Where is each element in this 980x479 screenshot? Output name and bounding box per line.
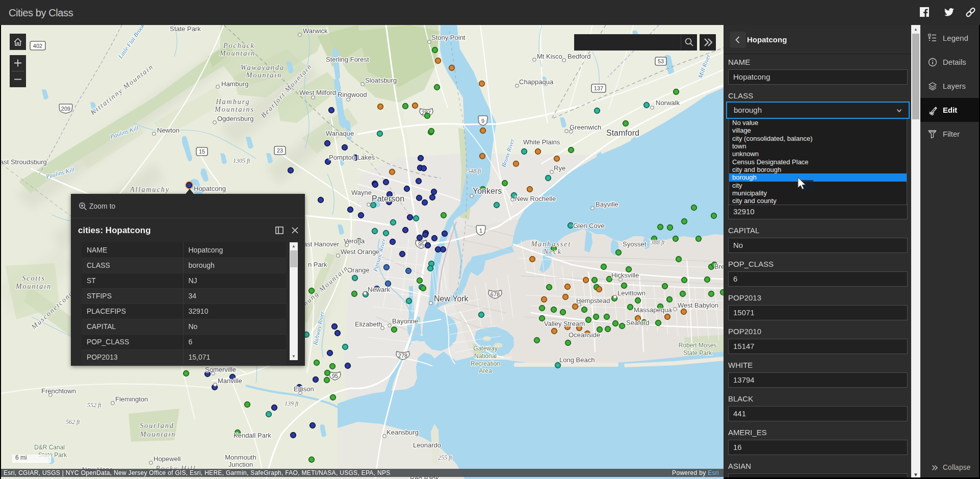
svg-text:95: 95: [332, 373, 338, 379]
svg-text:Bayville: Bayville: [596, 200, 618, 208]
svg-text:Scotts: Scotts: [22, 274, 45, 282]
svg-text:Bre: Bre: [714, 263, 724, 270]
svg-text:1305 ft: 1305 ft: [233, 157, 250, 164]
svg-text:West Milford: West Milford: [299, 89, 336, 96]
svg-text:West Babylon: West Babylon: [678, 301, 718, 309]
svg-text:Bayonne: Bayonne: [392, 317, 418, 325]
svg-text:Keansburg: Keansburg: [386, 428, 419, 436]
svg-text:Glen Cove: Glen Cove: [573, 222, 604, 230]
svg-text:552 ft: 552 ft: [87, 401, 101, 409]
svg-text:Hempstead: Hempstead: [576, 297, 610, 305]
svg-text:15: 15: [199, 148, 205, 155]
svg-text:Long Beach: Long Beach: [559, 356, 595, 364]
svg-text:State Park: State Park: [170, 25, 201, 33]
svg-text:Mountain: Mountain: [246, 71, 282, 79]
svg-text:Newark: Newark: [368, 286, 391, 293]
svg-text:Norwalk: Norwalk: [656, 99, 680, 107]
svg-text:n Park: n Park: [308, 261, 327, 268]
svg-text:Hamburg: Hamburg: [215, 98, 250, 106]
svg-text:255 ft: 255 ft: [438, 454, 452, 461]
svg-text:Junction: Junction: [228, 461, 253, 468]
svg-text:Somerville: Somerville: [205, 366, 236, 373]
svg-text:Area: Area: [479, 367, 492, 374]
svg-text:548 ft: 548 ft: [467, 167, 481, 174]
svg-text:Yonkers: Yonkers: [473, 187, 502, 195]
svg-text:White Plains: White Plains: [523, 138, 560, 146]
svg-text:Massapequa: Massapequa: [634, 306, 672, 314]
svg-text:Newton: Newton: [157, 127, 179, 134]
svg-text:Valley Stream: Valley Stream: [544, 320, 585, 327]
svg-text:1: 1: [479, 228, 482, 234]
svg-text:State Park: State Park: [683, 349, 712, 357]
svg-text:388 ft: 388 ft: [650, 239, 665, 246]
svg-text:23: 23: [277, 147, 283, 154]
svg-text:Recreation: Recreation: [471, 360, 500, 367]
svg-text:Levittown: Levittown: [617, 289, 646, 297]
svg-text:Pochuck: Pochuck: [223, 42, 255, 49]
svg-text:Sourland: Sourland: [140, 422, 174, 430]
svg-text:National: National: [474, 352, 497, 360]
svg-text:ast Hanover: ast Hanover: [303, 240, 340, 248]
svg-text:Leonardo: Leonardo: [413, 441, 441, 449]
svg-text:Wanaque: Wanaque: [326, 130, 354, 137]
svg-text:562 ft: 562 ft: [66, 418, 80, 425]
svg-text:Mountain: Mountain: [219, 49, 255, 57]
svg-text:Stamford: Stamford: [606, 129, 639, 137]
svg-text:278: 278: [398, 352, 407, 359]
svg-text:137: 137: [594, 85, 603, 91]
svg-text:Pompton Lakes: Pompton Lakes: [329, 154, 375, 161]
svg-text:Frenchtown: Frenchtown: [41, 387, 76, 395]
svg-text:Stony Point: Stony Point: [431, 34, 466, 41]
svg-text:Syosset: Syosset: [623, 240, 647, 248]
svg-text:ast Stroudsburg: ast Stroudsburg: [1, 158, 47, 166]
svg-text:Sterling Forest: Sterling Forest: [326, 56, 369, 63]
svg-text:Ringwood: Ringwood: [338, 91, 367, 98]
svg-text:Hopewell: Hopewell: [153, 455, 181, 463]
svg-text:678: 678: [491, 291, 500, 297]
svg-text:New Rochelle: New Rochelle: [515, 195, 556, 203]
svg-text:Sloatsburg: Sloatsburg: [365, 77, 397, 84]
svg-text:9: 9: [481, 118, 484, 124]
svg-text:Monmouth: Monmouth: [225, 453, 256, 461]
svg-text:Neck: Neck: [543, 248, 562, 256]
svg-text:Mt Kisco: Mt Kisco: [537, 53, 562, 60]
svg-text:Wawayanda: Wawayanda: [241, 64, 285, 71]
svg-text:Hamburg: Hamburg: [221, 80, 248, 88]
svg-text:95: 95: [418, 241, 424, 247]
svg-text:Hicksville: Hicksville: [611, 271, 639, 279]
svg-text:Warwick: Warwick: [303, 27, 328, 35]
svg-text:Gateway: Gateway: [473, 345, 497, 352]
svg-text:Wayne: Wayne: [351, 189, 372, 196]
svg-text:Elizabeth: Elizabeth: [355, 320, 382, 328]
svg-text:Mountain: Mountain: [15, 283, 51, 290]
svg-text:Orange: Orange: [347, 266, 369, 274]
svg-text:Edison: Edison: [294, 385, 314, 393]
svg-text:Ogdensburg: Ogdensburg: [217, 115, 254, 122]
svg-text:53: 53: [658, 58, 664, 64]
svg-text:Oceanside: Oceanside: [569, 331, 600, 339]
svg-text:Manville: Manville: [218, 377, 242, 385]
svg-text:Allamuchy: Allamuchy: [130, 186, 170, 193]
svg-text:Kendall Park: Kendall Park: [234, 432, 271, 439]
svg-text:209: 209: [61, 106, 70, 112]
svg-text:Hopatcong: Hopatcong: [194, 185, 226, 192]
svg-text:Seaford: Seaford: [626, 319, 650, 326]
svg-text:Bedford: Bedford: [568, 53, 591, 60]
svg-text:402: 402: [33, 43, 42, 49]
svg-text:139 ft: 139 ft: [285, 400, 299, 407]
svg-text:Mountains: Mountains: [214, 106, 254, 113]
svg-text:Chappaqua: Chappaqua: [519, 78, 554, 86]
svg-text:Paterson: Paterson: [372, 194, 404, 203]
svg-text:D&R Canal: D&R Canal: [34, 444, 65, 451]
svg-text:Rye: Rye: [554, 164, 565, 172]
svg-text:Manhasset: Manhasset: [531, 240, 572, 248]
svg-text:Mountain: Mountain: [140, 431, 176, 438]
svg-text:Robert Moses: Robert Moses: [679, 342, 717, 349]
svg-text:Greenwich: Greenwich: [570, 123, 601, 131]
svg-text:West Orange: West Orange: [341, 248, 379, 256]
svg-text:Flemington: Flemington: [115, 395, 148, 403]
svg-text:New York: New York: [434, 294, 469, 303]
